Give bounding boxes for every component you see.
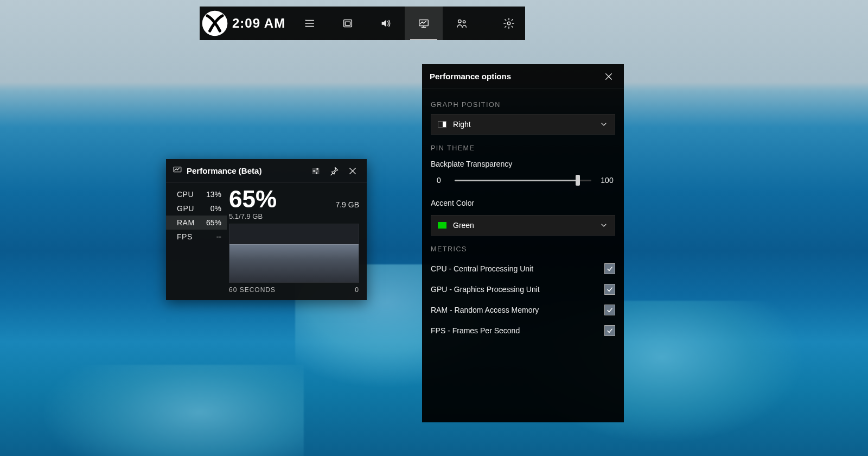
metric-row-gpu[interactable]: GPU 0% — [166, 201, 227, 216]
checkbox-gpu[interactable] — [604, 284, 615, 295]
settings-button[interactable] — [493, 7, 525, 40]
metric-label: FPS — [177, 232, 193, 241]
dropdown-value: Green — [453, 221, 599, 230]
svg-rect-8 — [346, 22, 350, 25]
metric-toggle-ram: RAM - Random Access Memory — [431, 300, 615, 320]
metric-label: GPU — [177, 204, 194, 213]
xbox-icon — [200, 8, 230, 39]
metric-value: -- — [216, 232, 221, 241]
section-pin-theme: PIN THEME — [431, 144, 615, 152]
performance-body: CPU 13% GPU 0% RAM 65% FPS -- 65% 7.9 GB… — [166, 183, 367, 300]
section-metrics: METRICS — [431, 245, 615, 253]
svg-point-13 — [463, 21, 465, 23]
metric-value: 13% — [206, 190, 221, 199]
metric-big-value: 65% — [229, 187, 277, 211]
clock: 2:09 AM — [230, 16, 291, 31]
options-close-button[interactable] — [601, 69, 616, 84]
graph-position-dropdown[interactable]: Right — [431, 114, 615, 135]
dropdown-value: Right — [453, 120, 599, 129]
audio-icon — [380, 17, 392, 29]
close-icon — [348, 166, 358, 176]
background-reef — [43, 365, 304, 456]
axis-end: 0 — [355, 286, 359, 294]
axis-start: 60 SECONDS — [229, 286, 276, 294]
metric-toggle-label: GPU - Graphics Processing Unit — [431, 285, 540, 294]
metric-toggle-gpu: GPU - Graphics Processing Unit — [431, 279, 615, 300]
check-icon — [606, 327, 614, 334]
metric-row-ram[interactable]: RAM 65% — [166, 216, 227, 230]
chevron-down-icon — [599, 120, 608, 129]
svg-point-5 — [305, 23, 307, 24]
slider-thumb[interactable] — [576, 175, 580, 186]
transparency-label: Backplate Transparency — [431, 160, 615, 168]
metric-toggle-label: FPS - Frames Per Second — [431, 326, 520, 335]
performance-icon — [173, 165, 182, 177]
checkbox-cpu[interactable] — [604, 263, 615, 274]
metric-label: RAM — [177, 218, 195, 227]
pin-icon — [329, 166, 339, 176]
performance-header[interactable]: Performance (Beta) — [166, 159, 367, 183]
pin-button[interactable] — [327, 163, 342, 179]
chevron-down-icon — [599, 221, 608, 230]
close-icon — [604, 72, 614, 81]
svg-rect-19 — [317, 168, 318, 169]
slider-fill — [455, 180, 578, 181]
performance-button[interactable] — [405, 7, 443, 40]
usage-chart-fill — [229, 244, 359, 282]
color-swatch-icon — [438, 222, 446, 229]
check-icon — [606, 306, 614, 314]
metric-label: CPU — [177, 190, 194, 199]
metric-toggle-cpu: CPU - Central Processing Unit — [431, 258, 615, 279]
check-icon — [606, 286, 614, 293]
metric-value: 0% — [210, 204, 221, 213]
metric-value: 65% — [206, 218, 221, 227]
performance-title: Performance (Beta) — [187, 166, 261, 175]
options-header: Performance options — [422, 64, 624, 89]
slider-min: 0 — [431, 176, 447, 185]
chart-axis: 60 SECONDS 0 — [229, 286, 359, 294]
capture-icon — [342, 17, 354, 29]
widgets-menu-icon — [304, 17, 316, 29]
xbox-button[interactable] — [200, 8, 230, 39]
svg-point-4 — [305, 20, 307, 21]
game-bar-icons — [291, 7, 525, 40]
transparency-slider[interactable] — [455, 176, 591, 184]
performance-widget: Performance (Beta) CPU — [166, 159, 367, 300]
performance-actions — [308, 163, 360, 179]
svg-rect-21 — [316, 172, 317, 174]
svg-point-12 — [458, 20, 462, 23]
performance-options-panel: Performance options GRAPH POSITION Right… — [422, 64, 624, 422]
social-button[interactable] — [443, 7, 481, 40]
metric-toggle-fps: FPS - Frames Per Second — [431, 320, 615, 341]
svg-point-6 — [305, 26, 307, 27]
capture-button[interactable] — [329, 7, 367, 40]
social-icon — [456, 17, 468, 29]
checkbox-ram[interactable] — [604, 305, 615, 315]
metric-total: 7.9 GB — [335, 197, 359, 209]
sliders-icon — [311, 166, 321, 176]
game-bar: 2:09 AM — [200, 7, 525, 40]
section-graph-position: GRAPH POSITION — [431, 101, 615, 109]
options-title: Performance options — [430, 72, 511, 81]
performance-options-button[interactable] — [308, 163, 323, 179]
close-button[interactable] — [345, 163, 360, 179]
metric-list: CPU 13% GPU 0% RAM 65% FPS -- — [166, 187, 227, 294]
metric-row-cpu[interactable]: CPU 13% — [166, 187, 227, 201]
transparency-slider-row: 0 100 — [431, 176, 615, 185]
gear-icon — [503, 17, 515, 29]
metric-sub-value: 5.1/7.9 GB — [229, 212, 359, 220]
metric-detail: 65% 7.9 GB 5.1/7.9 GB 60 SECONDS 0 — [227, 187, 359, 294]
usage-chart — [229, 224, 359, 283]
svg-rect-20 — [314, 170, 315, 172]
layout-right-icon — [438, 121, 446, 128]
performance-icon — [418, 17, 430, 29]
metric-row-fps[interactable]: FPS -- — [166, 230, 227, 244]
metric-toggle-label: CPU - Central Processing Unit — [431, 264, 533, 273]
options-body: GRAPH POSITION Right PIN THEME Backplate… — [422, 89, 624, 341]
audio-button[interactable] — [367, 7, 405, 40]
widgets-menu-button[interactable] — [291, 7, 329, 40]
accent-color-label: Accent Color — [431, 199, 615, 207]
slider-max: 100 — [599, 176, 615, 185]
accent-color-dropdown[interactable]: Green — [431, 215, 615, 236]
checkbox-fps[interactable] — [604, 325, 615, 336]
